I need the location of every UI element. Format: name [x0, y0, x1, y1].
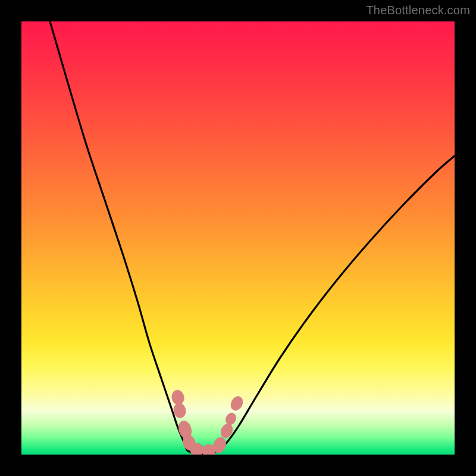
chart-frame: TheBottleneck.com [0, 0, 476, 476]
valley-marker [228, 394, 245, 412]
valley-marker [190, 443, 203, 455]
valley-marker [171, 389, 186, 406]
plot-area [21, 21, 455, 455]
watermark-text: TheBottleneck.com [366, 4, 470, 17]
bottleneck-curve-svg [21, 21, 455, 455]
bottleneck-curve [50, 21, 455, 454]
